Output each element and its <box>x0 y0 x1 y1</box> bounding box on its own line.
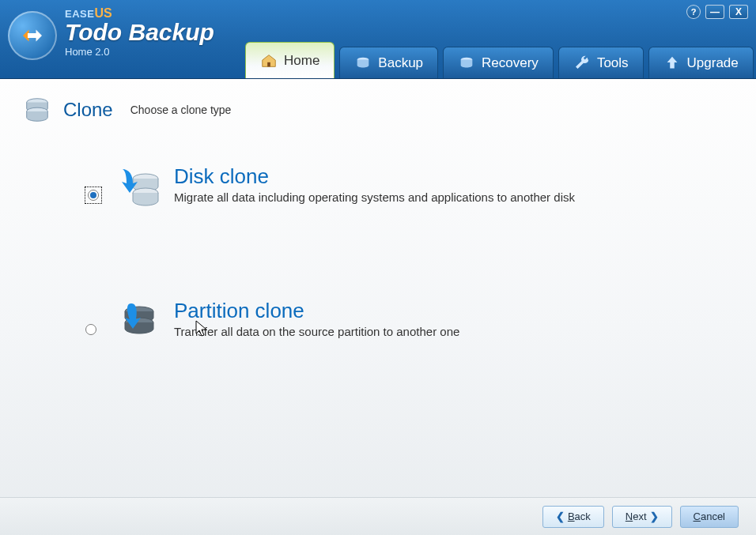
next-button[interactable]: Next ❯ <box>612 506 672 528</box>
option-title: Partition clone <box>174 299 459 323</box>
option-partition-clone[interactable]: Partition clone Transfer all data on the… <box>85 299 734 346</box>
tab-label: Tools <box>597 55 629 71</box>
chevron-left-icon: ❮ <box>556 511 565 522</box>
tab-label: Home <box>284 53 319 69</box>
window-controls: ? — X <box>686 5 748 19</box>
stacked-disks-icon <box>22 95 52 125</box>
chevron-right-icon: ❯ <box>650 511 659 522</box>
brand-ease: EASE <box>65 8 94 20</box>
tab-home[interactable]: Home <box>245 42 335 78</box>
tab-label: Backup <box>378 55 423 71</box>
option-title: Disk clone <box>174 164 575 189</box>
cancel-button[interactable]: Cancel <box>680 506 739 528</box>
radio-holder <box>85 187 101 203</box>
main-tabs: Home Backup Recovery Tools Upgrade <box>245 39 750 78</box>
disk-icon <box>354 55 372 72</box>
page-header: Clone Choose a clone type <box>22 95 734 125</box>
tab-backup[interactable]: Backup <box>339 47 438 78</box>
tab-recovery[interactable]: Recovery <box>443 47 554 78</box>
help-button[interactable]: ? <box>686 5 701 19</box>
brand-block: EASEUS Todo Backup Home 2.0 <box>65 6 214 58</box>
tab-upgrade[interactable]: Upgrade <box>648 47 754 78</box>
app-banner: EASEUS Todo Backup Home 2.0 ? — X Home B… <box>0 0 756 79</box>
tab-tools[interactable]: Tools <box>558 47 644 78</box>
radio-holder <box>85 324 101 340</box>
option-disk-clone[interactable]: Disk clone Migrate all data including op… <box>85 164 734 212</box>
page-subtitle: Choose a clone type <box>130 104 232 116</box>
tab-label: Upgrade <box>687 55 739 71</box>
option-desc: Migrate all data including operating sys… <box>174 190 575 204</box>
disk-icon <box>458 55 475 72</box>
disk-clone-radio[interactable] <box>88 190 99 201</box>
partition-clone-icon <box>114 299 161 346</box>
brand-version: Home 2.0 <box>65 46 214 58</box>
disk-clone-icon <box>114 164 161 212</box>
wizard-footer: ❮ Back Next ❯ Cancel <box>0 497 756 535</box>
minimize-button[interactable]: — <box>705 5 724 19</box>
partition-clone-radio[interactable] <box>85 324 96 335</box>
up-arrow-icon <box>663 55 681 72</box>
close-button[interactable]: X <box>729 5 748 19</box>
main-panel: Clone Choose a clone type Disk clone Mig… <box>0 79 756 535</box>
page-title: Clone <box>63 99 113 121</box>
brand-us: US <box>94 6 112 20</box>
option-desc: Transfer all data on the source partitio… <box>174 325 459 338</box>
clone-options: Disk clone Migrate all data including op… <box>85 164 734 346</box>
wrench-icon <box>573 55 591 72</box>
tab-label: Recovery <box>482 55 539 71</box>
house-icon <box>260 52 278 70</box>
sync-arrows-icon <box>18 21 47 50</box>
brand-title: Todo Backup <box>65 21 214 44</box>
back-button[interactable]: ❮ Back <box>542 506 604 528</box>
app-logo <box>8 11 57 60</box>
